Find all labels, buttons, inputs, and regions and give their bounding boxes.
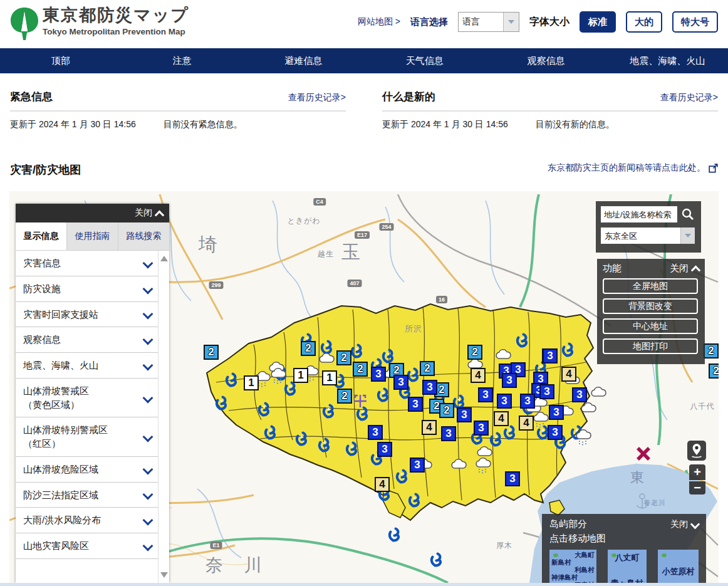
alert-level-3-marker[interactable]: 3 [543,348,558,364]
scroll-down-icon[interactable] [160,572,168,578]
wind-warning-icon[interactable] [502,425,516,443]
alert-level-3-marker[interactable]: 3 [377,442,392,457]
my-location-button[interactable] [687,441,706,461]
layer-accordion-item[interactable]: 山体滑坡警戒区 （黄色区域） [16,379,158,418]
center-address-button[interactable]: 中心地址 [603,318,698,334]
wind-warning-icon[interactable] [224,372,237,390]
nav-item-evacuation[interactable]: 避难信息 [242,55,364,67]
island-tile[interactable]: 小笠原村 [658,550,699,583]
layer-panel-close[interactable]: 关闭 [16,204,169,222]
layer-accordion-item[interactable]: 山体滑坡危险区域 [16,457,158,483]
layer-accordion-item[interactable]: 大雨/洪水风险分布 [16,508,158,533]
nav-item-observation[interactable]: 观察信息 [486,55,607,67]
cloudy-weather-icon[interactable] [449,458,467,479]
tab-display-info[interactable]: 显示信息 [16,222,67,250]
alert-level-4-marker[interactable]: 4 [422,420,437,435]
alert-level-3-marker[interactable]: 3 [441,426,456,441]
rain-weather-icon[interactable] [268,367,287,388]
area-select[interactable]: 东京全区 [601,228,695,244]
alert-level-3-marker[interactable]: 3 [371,367,386,382]
alert-level-3-marker[interactable]: 3 [410,458,425,473]
fontsize-large-button[interactable]: 大的 [626,11,662,33]
alert-level-3-marker[interactable]: 3 [502,373,517,388]
alert-level-1-marker[interactable]: 1 [293,368,308,383]
wind-warning-icon[interactable] [515,333,528,351]
alert-level-2-marker[interactable]: 2 [204,345,219,360]
rain-weather-icon[interactable] [473,456,492,478]
tab-user-guide[interactable]: 使用指南 [67,222,118,250]
alert-level-3-marker[interactable]: 3 [474,421,489,436]
fontsize-standard-button[interactable]: 标准 [580,11,616,33]
alert-level-4-marker[interactable]: 4 [561,367,576,382]
alert-level-2-marker[interactable]: 2 [336,350,351,365]
alert-level-1-marker[interactable]: 1 [244,375,259,390]
wind-warning-icon[interactable] [345,441,358,459]
alert-level-4-marker[interactable]: 4 [375,477,390,492]
alert-level-1-marker[interactable]: 1 [322,370,337,385]
functions-close[interactable]: 关闭 [670,263,699,275]
alert-level-3-marker[interactable]: 3 [393,375,408,390]
alert-level-4-marker[interactable]: 4 [494,411,509,426]
scroll-up-icon[interactable] [160,256,168,261]
layer-accordion-item[interactable]: 山地灾害风险区 [16,533,158,559]
layer-accordion-item[interactable]: 山体滑坡特别警戒区 （红区） [16,417,158,457]
layer-accordion-item[interactable]: 防灾设施 [16,276,158,302]
nav-item-top[interactable]: 顶部 [0,55,122,67]
chevron-down-icon[interactable] [503,13,519,31]
disaster-map[interactable]: 1112222222222222233333333333333333333333… [9,191,719,583]
wind-warning-icon[interactable] [257,402,270,420]
wind-warning-icon[interactable] [294,431,308,449]
news-history-link[interactable]: 查看历史记录> [660,92,718,103]
alert-level-2-marker[interactable]: 2 [704,343,719,358]
wind-warning-icon[interactable] [321,404,335,422]
layer-accordion-item[interactable]: 观察信息 [16,327,158,353]
alert-level-3-marker[interactable]: 3 [408,397,423,412]
alert-level-2-marker[interactable]: 2 [337,389,352,404]
rain-weather-icon[interactable] [573,428,592,449]
fontsize-xlarge-button[interactable]: 特大号 [672,11,718,33]
wind-warning-icon[interactable] [317,437,330,456]
nav-item-notice[interactable]: 注意 [122,55,243,67]
alert-level-3-marker[interactable]: 3 [520,394,535,409]
alert-level-2-marker[interactable]: 2 [353,362,368,377]
alert-level-3-marker[interactable]: 3 [478,387,493,402]
emergency-history-link[interactable]: 查看历史记录> [288,92,346,103]
press-release-link[interactable]: 东京都防灾主页的新闻稿等请点击此处。 [548,162,718,174]
wind-warning-icon[interactable] [214,395,227,414]
map-center-crosshair[interactable] [351,392,370,413]
alert-level-3-marker[interactable]: 3 [572,387,587,402]
alert-level-3-marker[interactable]: 3 [457,407,472,422]
wind-warning-icon[interactable] [387,527,400,545]
search-icon[interactable] [681,207,695,221]
change-basemap-button[interactable]: 背景图改变 [603,298,698,314]
island-tile[interactable]: 八丈町青ヶ島村 [608,550,647,583]
islands-close[interactable]: 关闭 [670,518,699,530]
nav-item-earthquake[interactable]: 地震、海啸、火山 [606,55,728,67]
fullscreen-map-button[interactable]: 全屏地图 [603,278,698,294]
wind-warning-icon[interactable] [561,342,574,360]
alert-level-4-marker[interactable]: 4 [519,416,534,431]
wind-warning-icon[interactable] [263,425,276,443]
red-x-marker[interactable] [636,446,651,464]
zoom-out-button[interactable]: − [689,481,705,494]
print-map-button[interactable]: 地图打印 [603,338,698,354]
chevron-down-icon[interactable] [680,228,695,244]
alert-level-2-marker[interactable]: 2 [709,364,719,379]
layer-accordion-item[interactable]: 地震、海啸、火山 [16,353,158,379]
address-search-input[interactable] [601,206,677,222]
alert-level-2-marker[interactable]: 2 [420,361,435,376]
alert-level-3-marker[interactable]: 3 [539,384,554,399]
alert-level-2-marker[interactable]: 2 [439,403,454,418]
wind-warning-icon[interactable] [407,493,420,511]
layer-accordion-item[interactable]: 灾害信息 [16,251,158,276]
alert-level-3-marker[interactable]: 3 [368,425,383,440]
cloudy-weather-icon[interactable] [588,385,607,407]
layer-accordion-item[interactable]: 灾害时回家支援站 [16,302,158,328]
wind-warning-icon[interactable] [395,469,408,487]
alert-level-3-marker[interactable]: 3 [505,471,520,486]
zoom-in-button[interactable]: + [689,464,705,480]
sitemap-link[interactable]: 网站地图 > [358,16,400,28]
alert-level-3-marker[interactable]: 3 [549,405,564,420]
language-select[interactable]: 语言 [458,12,519,32]
island-tile[interactable]: 大島町新島村利島村神津島村三宅村御蔵島村 [549,550,596,583]
